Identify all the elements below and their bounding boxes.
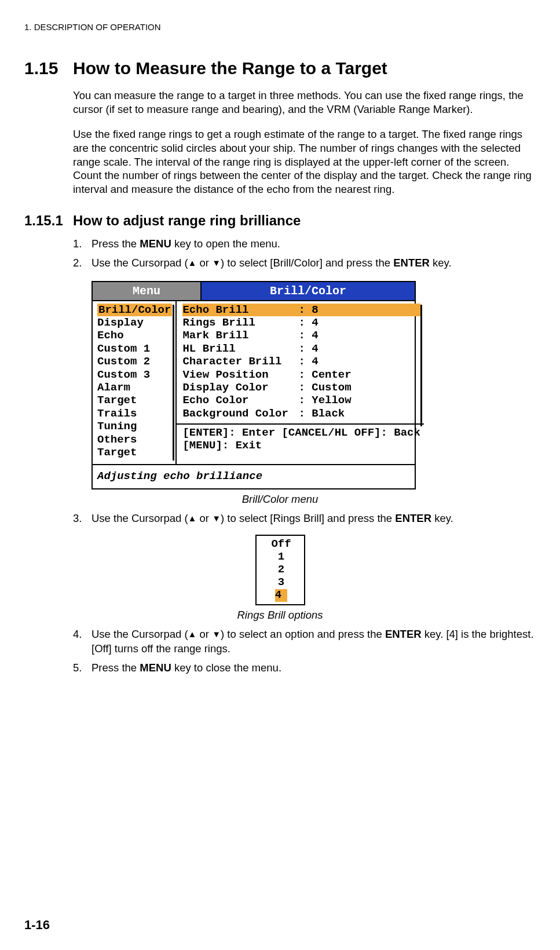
menu-item: Echo — [97, 329, 172, 342]
param-row: Display Color: Custom — [182, 381, 420, 394]
key-enter: ENTER — [395, 512, 431, 524]
page-number: 1-16 — [24, 918, 50, 933]
step-number: 3. — [73, 511, 91, 526]
down-triangle-icon: ▼ — [212, 629, 221, 639]
param-row: Echo Color: Yellow — [182, 394, 420, 407]
menu-item: Custom 3 — [97, 368, 172, 381]
subsection-title: How to adjust range ring brilliance — [73, 213, 301, 229]
option-item: 1 — [263, 551, 299, 564]
param-row: Character Brill: 4 — [182, 355, 420, 368]
key-enter: ENTER — [393, 257, 430, 269]
step-text: Use the Cursorpad (▲ or ▼) to select [Ri… — [91, 511, 536, 526]
key-menu: MENU — [140, 662, 171, 674]
list-item: 5. Press the MENU key to close the menu. — [73, 661, 536, 675]
param-row-selected: Echo Brill: 8 — [182, 304, 420, 316]
instruction-list: 3. Use the Cursorpad (▲ or ▼) to select … — [73, 511, 536, 526]
section-number: 1.15 — [24, 59, 73, 78]
menu-screenshot: Menu Brill/Color Brill/Color Display Ech… — [91, 281, 416, 489]
list-item: 3. Use the Cursorpad (▲ or ▼) to select … — [73, 511, 536, 526]
menu-header-right: Brill/Color — [202, 282, 415, 300]
step-number: 1. — [73, 237, 91, 251]
list-item: 2. Use the Cursorpad (▲ or ▼) to select … — [73, 256, 536, 271]
key-enter: ENTER — [385, 628, 422, 640]
option-item: 2 — [263, 564, 299, 576]
list-item: 4. Use the Cursorpad (▲ or ▼) to select … — [73, 627, 536, 656]
menu-item: Target Trails — [97, 394, 172, 420]
section-paragraph: You can measure the range to a target in… — [73, 89, 536, 116]
param-row: Rings Brill: 4 — [182, 316, 420, 329]
down-triangle-icon: ▼ — [212, 513, 221, 523]
down-triangle-icon: ▼ — [212, 258, 221, 268]
options-screenshot: Off 1 2 3 4 — [255, 535, 305, 605]
step-text: Use the Cursorpad (▲ or ▼) to select an … — [91, 627, 536, 656]
menu-item: Custom 2 — [97, 355, 172, 368]
menu-item: Target — [97, 446, 172, 459]
section-paragraph: Use the fixed range rings to get a rough… — [73, 127, 536, 196]
option-item-selected: 4 — [275, 589, 287, 602]
menu-left-column: Brill/Color Display Echo Custom 1 Custom… — [93, 301, 177, 464]
step-text: Press the MENU key to open the menu. — [91, 237, 536, 251]
menu-item: Others — [97, 433, 172, 446]
menu-item: Custom 1 — [97, 342, 172, 355]
menu-footer: Adjusting echo brilliance — [93, 464, 415, 488]
menu-header: Menu Brill/Color — [93, 282, 415, 300]
option-item: Off — [263, 538, 299, 551]
step-number: 2. — [73, 256, 91, 271]
section-title: How to Measure the Range to a Target — [73, 59, 387, 78]
option-item: 3 — [263, 576, 299, 589]
menu-params: Echo Brill: 8 Rings Brill: 4 Mark Brill:… — [177, 301, 423, 424]
scrollbar-icon — [173, 305, 174, 461]
menu-item: Alarm — [97, 381, 172, 394]
menu-right-column: Echo Brill: 8 Rings Brill: 4 Mark Brill:… — [177, 301, 423, 464]
menu-header-left: Menu — [93, 282, 202, 300]
instruction-list: 1. Press the MENU key to open the menu. … — [73, 237, 536, 271]
menu-item: Display — [97, 316, 172, 329]
scrollbar-icon — [420, 305, 422, 426]
menu-hints: [ENTER]: Enter [CANCEL/HL OFF]: Back [ME… — [177, 423, 423, 456]
figure-caption: Rings Brill options — [24, 609, 536, 622]
menu-item: Tuning — [97, 420, 172, 433]
step-text: Press the MENU key to close the menu. — [91, 661, 536, 675]
up-triangle-icon: ▲ — [188, 513, 197, 523]
param-row: Mark Brill: 4 — [182, 329, 420, 342]
instruction-list: 4. Use the Cursorpad (▲ or ▼) to select … — [73, 627, 536, 675]
step-number: 4. — [73, 627, 91, 656]
menu-item-selected: Brill/Color — [97, 304, 172, 316]
param-row: View Position: Center — [182, 368, 420, 381]
param-row: Background Color: Black — [182, 407, 420, 420]
param-row: HL Brill: 4 — [182, 342, 420, 355]
up-triangle-icon: ▲ — [188, 258, 197, 268]
breadcrumb: 1. DESCRIPTION OF OPERATION — [24, 22, 536, 32]
list-item: 1. Press the MENU key to open the menu. — [73, 237, 536, 251]
step-number: 5. — [73, 661, 91, 675]
subsection-number: 1.15.1 — [24, 213, 73, 229]
menu-body: Brill/Color Display Echo Custom 1 Custom… — [93, 300, 415, 464]
up-triangle-icon: ▲ — [188, 629, 197, 639]
subsection-header: 1.15.1 How to adjust range ring brillian… — [24, 213, 536, 229]
key-menu: MENU — [140, 237, 171, 250]
figure-caption: Brill/Color menu — [24, 493, 536, 506]
step-text: Use the Cursorpad (▲ or ▼) to select [Br… — [91, 256, 536, 271]
section-header: 1.15 How to Measure the Range to a Targe… — [24, 59, 536, 78]
